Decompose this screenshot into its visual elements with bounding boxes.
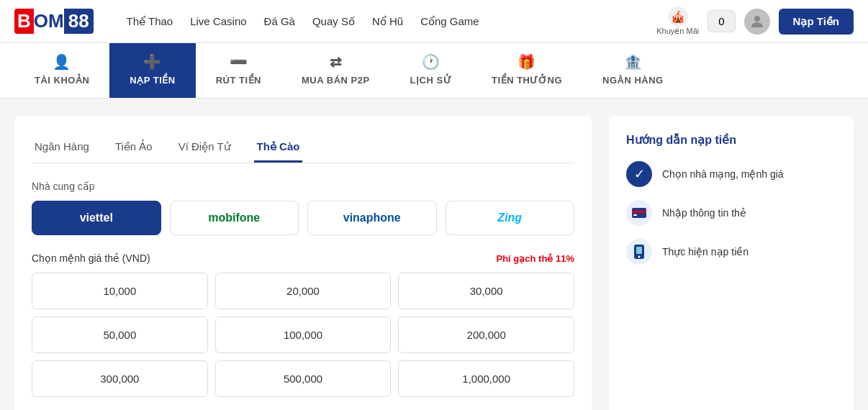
denom-20000[interactable]: 20,000 — [215, 273, 392, 309]
svg-rect-3 — [633, 214, 637, 216]
tab-tien-thuong-label: TIỀN THƯỞNG — [492, 75, 562, 86]
nav-no-hu[interactable]: Nổ Hũ — [372, 15, 403, 28]
nav-live-casino[interactable]: Live Casino — [190, 15, 246, 28]
tab-nap-tien[interactable]: ➕ NẠP TIỀN — [109, 43, 195, 98]
denom-200000[interactable]: 200,000 — [398, 316, 574, 353]
logo-88: 88 — [64, 9, 94, 34]
tab-lich-su[interactable]: 🕐 LỊCH SỬ — [390, 43, 472, 98]
sub-tab-ngan-hang[interactable]: Ngân Hàng — [32, 133, 92, 163]
svg-point-0 — [754, 16, 760, 22]
main-nav: Thể Thao Live Casino Đá Gà Quay Số Nổ Hũ… — [127, 15, 636, 28]
provider-vinaphone[interactable]: vinaphone — [307, 201, 437, 235]
tab-tai-khoan-label: TÀI KHOẢN — [35, 75, 89, 86]
provider-viettel[interactable]: viettel — [32, 201, 161, 235]
denom-30000[interactable]: 30,000 — [398, 273, 574, 309]
logo-om: OM — [34, 10, 64, 32]
step-1-text: Chọn nhà mạng, mệnh giá — [662, 168, 784, 180]
left-panel: Ngân Hàng Tiền Ảo Ví Điện Tử Thẻ Cào Nhà… — [14, 116, 592, 410]
step-2-text: Nhập thông tin thẻ — [662, 207, 746, 219]
denom-50000[interactable]: 50,000 — [32, 316, 208, 353]
tab-ngan-hang-label: NGÂN HÀNG — [602, 75, 664, 86]
nav-the-thao[interactable]: Thể Thao — [127, 15, 173, 28]
denom-300000[interactable]: 300,000 — [32, 360, 208, 397]
denom-1000000[interactable]: 1,000,000 — [398, 360, 574, 397]
phi-label: Phí gạch thẻ 11% — [497, 253, 575, 264]
khuyen-mai-label: Khuyến Mãi — [656, 27, 699, 36]
logo-b: B — [14, 9, 34, 34]
p2p-icon: ⇄ — [330, 53, 343, 70]
tab-mua-ban-p2p[interactable]: ⇄ MUA BÁN P2P — [281, 43, 390, 98]
main-content: Ngân Hàng Tiền Ảo Ví Điện Tử Thẻ Cào Nhà… — [0, 99, 868, 410]
rut-tien-icon: ➖ — [230, 53, 248, 70]
tab-nap-tien-label: NẠP TIỀN — [130, 75, 175, 86]
tab-rut-tien[interactable]: ➖ RÚT TIỀN — [196, 43, 281, 98]
sub-tab-tien-ao[interactable]: Tiền Ảo — [112, 133, 155, 163]
guide-step-3: Thực hiện nạp tiền — [626, 239, 836, 265]
guide-step-1: ✓ Chọn nhà mạng, mệnh giá — [626, 161, 836, 187]
right-panel: Hướng dẫn nạp tiền ✓ Chọn nhà mạng, mệnh… — [609, 116, 854, 410]
nav-da-ga[interactable]: Đá Gà — [264, 15, 295, 28]
nav-quay-so[interactable]: Quay Số — [312, 15, 355, 28]
nav-cong-game[interactable]: Cổng Game — [420, 15, 479, 28]
denom-label: Chọn mệnh giá thẻ (VND) — [32, 252, 150, 264]
main-tabs-bar: 👤 TÀI KHOẢN ➕ NẠP TIỀN ➖ RÚT TIỀN ⇄ MUA … — [0, 43, 868, 99]
svg-rect-6 — [636, 247, 642, 254]
providers-list: viettel mobifone vinaphone Zing — [32, 201, 574, 235]
tab-tai-khoan[interactable]: 👤 TÀI KHOẢN — [14, 43, 109, 98]
denom-header: Chọn mệnh giá thẻ (VND) Phí gạch thẻ 11% — [32, 252, 574, 264]
svg-rect-2 — [632, 211, 646, 213]
denom-500000[interactable]: 500,000 — [215, 360, 392, 397]
step-3-text: Thực hiện nạp tiền — [662, 246, 749, 258]
tab-p2p-label: MUA BÁN P2P — [302, 75, 370, 86]
tab-rut-tien-label: RÚT TIỀN — [216, 75, 261, 86]
header-nap-tien-button[interactable]: Nạp Tiền — [779, 9, 854, 35]
khuyen-mai-icon: 🎪 — [668, 6, 688, 27]
step-3-icon — [626, 239, 652, 265]
sub-tabs: Ngân Hàng Tiền Ảo Ví Điện Tử Thẻ Cào — [32, 133, 574, 163]
guide-title: Hướng dẫn nạp tiền — [626, 133, 836, 147]
step-2-icon — [626, 200, 652, 226]
tab-ngan-hang[interactable]: 🏦 NGÂN HÀNG — [582, 43, 684, 98]
sub-tab-the-cao[interactable]: Thẻ Cào — [254, 133, 303, 163]
header: B OM 88 Thể Thao Live Casino Đá Gà Quay … — [0, 0, 868, 43]
denom-10000[interactable]: 10,000 — [32, 273, 208, 309]
tien-thuong-icon: 🎁 — [517, 53, 536, 70]
ngan-hang-icon: 🏦 — [624, 53, 643, 70]
user-avatar[interactable] — [744, 9, 770, 35]
khuyen-mai-button[interactable]: 🎪 Khuyến Mãi — [656, 6, 699, 36]
header-right: 🎪 Khuyến Mãi 0 Nạp Tiền — [656, 6, 854, 36]
guide-step-2: Nhập thông tin thẻ — [626, 200, 836, 226]
step-1-icon: ✓ — [626, 161, 652, 187]
denom-100000[interactable]: 100,000 — [215, 316, 392, 353]
notification-badge[interactable]: 0 — [707, 10, 735, 32]
tab-lich-su-label: LỊCH SỬ — [410, 75, 452, 86]
provider-zing[interactable]: Zing — [446, 201, 575, 235]
sub-tab-vi-dien-tu[interactable]: Ví Điện Tử — [176, 133, 234, 163]
provider-mobifone[interactable]: mobifone — [170, 201, 299, 235]
provider-label: Nhà cung cấp — [32, 181, 574, 192]
lich-su-icon: 🕐 — [422, 53, 440, 70]
denom-grid: 10,000 20,000 30,000 50,000 100,000 200,… — [32, 273, 574, 397]
tab-tien-thuong[interactable]: 🎁 TIỀN THƯỞNG — [471, 43, 582, 98]
logo[interactable]: B OM 88 — [14, 9, 94, 34]
guide-steps: ✓ Chọn nhà mạng, mệnh giá Nhập thông tin… — [626, 161, 836, 265]
svg-point-5 — [638, 256, 641, 258]
tai-khoan-icon: 👤 — [53, 53, 71, 70]
nap-tien-icon: ➕ — [143, 53, 162, 70]
